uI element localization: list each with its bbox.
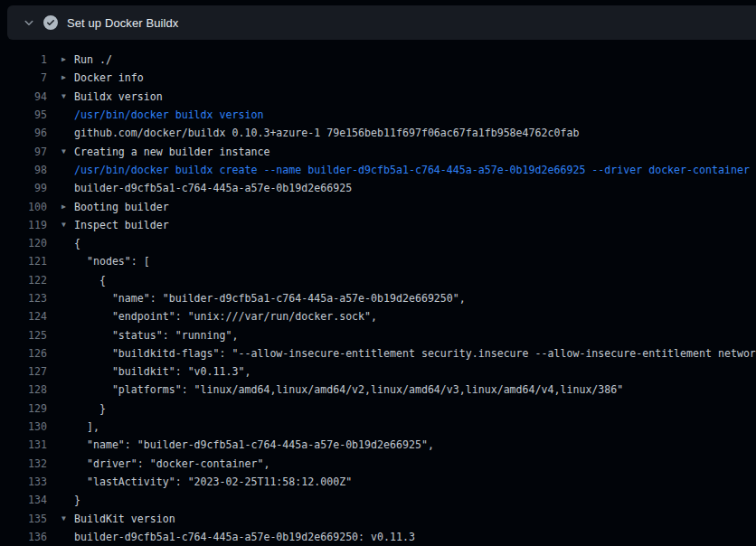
line-number[interactable]: 126 — [0, 347, 47, 360]
log-line: 133 "lastActivity": "2023-02-25T11:58:12… — [0, 473, 756, 491]
group-label: Run ./ — [74, 53, 112, 66]
group-label: Docker info — [74, 71, 144, 84]
line-content: ▶Run ./ — [61, 53, 112, 66]
line-number[interactable]: 7 — [0, 71, 47, 84]
line-number[interactable]: 136 — [0, 531, 47, 543]
line-number[interactable]: 96 — [0, 127, 47, 139]
check-circle-icon — [43, 15, 58, 30]
line-number[interactable]: 130 — [0, 420, 47, 433]
line-number[interactable]: 133 — [0, 475, 47, 488]
triangle-right-icon[interactable]: ▶ — [61, 56, 74, 63]
line-number[interactable]: 124 — [0, 310, 47, 323]
output-text: } — [61, 494, 80, 506]
line-number[interactable]: 99 — [0, 182, 47, 194]
step-header-bar[interactable]: Set up Docker Buildx — [7, 5, 756, 40]
line-number[interactable]: 131 — [0, 438, 47, 451]
log-line: 96github.com/docker/buildx 0.10.3+azure-… — [0, 124, 756, 142]
line-content: builder-d9cfb5a1-c764-445a-a57e-0b19d2e6… — [61, 182, 352, 194]
line-content: ▼BuildKit version — [61, 513, 175, 525]
group-label: BuildKit version — [74, 513, 175, 525]
line-content: ▼Creating a new builder instance — [61, 146, 269, 158]
line-content: github.com/docker/buildx 0.10.3+azure-1 … — [61, 127, 579, 139]
line-content: "driver": "docker-container", — [61, 457, 269, 470]
log-line: 132 "driver": "docker-container", — [0, 455, 756, 473]
line-number[interactable]: 128 — [0, 383, 47, 396]
log-line: 95/usr/bin/docker buildx version — [0, 106, 756, 124]
output-text: "lastActivity": "2023-02-25T11:58:12.000… — [61, 475, 352, 488]
chevron-down-icon[interactable] — [24, 17, 34, 28]
line-number[interactable]: 97 — [0, 146, 47, 158]
line-content: "platforms": "linux/amd64,linux/amd64/v2… — [61, 383, 623, 396]
line-content: "name": "builder-d9cfb5a1-c764-445a-a57e… — [61, 292, 466, 305]
line-number[interactable]: 127 — [0, 365, 47, 378]
log-line: 120{ — [0, 234, 756, 252]
log-line: 98/usr/bin/docker buildx create --name b… — [0, 161, 756, 179]
output-text: ], — [61, 420, 99, 433]
line-number[interactable]: 121 — [0, 255, 47, 268]
step-title: Set up Docker Buildx — [67, 16, 178, 30]
group-label: Inspect builder — [74, 219, 169, 231]
log-group-row[interactable]: 100▶Booting builder — [0, 197, 756, 215]
line-number[interactable]: 123 — [0, 292, 47, 305]
line-number[interactable]: 95 — [0, 108, 47, 121]
line-number[interactable]: 125 — [0, 329, 47, 342]
output-text: "name": "builder-d9cfb5a1-c764-445a-a57e… — [61, 438, 434, 451]
line-number[interactable]: 129 — [0, 402, 47, 415]
log-group-row[interactable]: 7▶Docker info — [0, 69, 756, 87]
command-text: /usr/bin/docker buildx version — [61, 108, 263, 121]
log-group-row[interactable]: 135▼BuildKit version — [0, 509, 756, 527]
triangle-down-icon[interactable]: ▼ — [61, 221, 74, 229]
line-number[interactable]: 134 — [0, 494, 47, 506]
output-text: "nodes": [ — [61, 255, 150, 268]
line-content: /usr/bin/docker buildx version — [61, 108, 263, 121]
line-content: "name": "builder-d9cfb5a1-c764-445a-a57e… — [61, 438, 434, 451]
group-label: Buildx version — [74, 90, 163, 103]
line-number[interactable]: 94 — [0, 90, 47, 103]
log-line: 127 "buildkit": "v0.11.3", — [0, 362, 756, 381]
line-content: } — [61, 494, 80, 506]
line-number[interactable]: 98 — [0, 164, 47, 176]
output-text: { — [61, 274, 106, 287]
log-group-row[interactable]: 119▼Inspect builder — [0, 216, 756, 234]
line-number[interactable]: 119 — [0, 219, 47, 231]
line-number[interactable]: 132 — [0, 457, 47, 470]
log-line: 129 } — [0, 400, 756, 418]
triangle-right-icon[interactable]: ▶ — [61, 74, 74, 81]
line-content: ▼Buildx version — [61, 90, 163, 103]
log-line: 131 "name": "builder-d9cfb5a1-c764-445a-… — [0, 436, 756, 454]
log-group-row[interactable]: 94▼Buildx version — [0, 88, 756, 106]
triangle-down-icon[interactable]: ▼ — [61, 148, 74, 155]
line-number[interactable]: 120 — [0, 237, 47, 249]
line-content: ▶Docker info — [61, 71, 144, 84]
output-text: "buildkitd-flags": "--allow-insecure-ent… — [61, 347, 756, 360]
line-content: ▶Booting builder — [61, 201, 169, 213]
line-content: ▼Inspect builder — [61, 219, 169, 231]
log-line: 130 ], — [0, 418, 756, 436]
output-text: "buildkit": "v0.11.3", — [61, 365, 250, 378]
output-text: builder-d9cfb5a1-c764-445a-a57e-0b19d2e6… — [61, 531, 415, 543]
output-text: "driver": "docker-container", — [61, 457, 269, 470]
triangle-down-icon[interactable]: ▼ — [61, 93, 74, 100]
triangle-right-icon[interactable]: ▶ — [61, 203, 74, 211]
line-content: "endpoint": "unix:///var/run/docker.sock… — [61, 310, 377, 323]
line-content: ], — [61, 420, 99, 433]
line-content: builder-d9cfb5a1-c764-445a-a57e-0b19d2e6… — [61, 531, 415, 543]
triangle-down-icon[interactable]: ▼ — [61, 515, 74, 522]
line-content: "nodes": [ — [61, 255, 150, 268]
log-line: 99builder-d9cfb5a1-c764-445a-a57e-0b19d2… — [0, 179, 756, 197]
line-content: { — [61, 274, 106, 287]
output-text: "endpoint": "unix:///var/run/docker.sock… — [61, 310, 377, 323]
log-line: 124 "endpoint": "unix:///var/run/docker.… — [0, 307, 756, 325]
log-line: 126 "buildkitd-flags": "--allow-insecure… — [0, 344, 756, 362]
output-text: } — [61, 402, 106, 415]
output-text: builder-d9cfb5a1-c764-445a-a57e-0b19d2e6… — [61, 182, 352, 194]
line-number[interactable]: 1 — [0, 53, 47, 66]
line-number[interactable]: 100 — [0, 201, 47, 213]
log-group-row[interactable]: 97▼Creating a new builder instance — [0, 142, 756, 160]
log-group-row[interactable]: 1▶Run ./ — [0, 51, 756, 69]
log-line: 122 { — [0, 271, 756, 289]
line-content: "buildkitd-flags": "--allow-insecure-ent… — [61, 347, 756, 360]
line-number[interactable]: 122 — [0, 274, 47, 287]
line-number[interactable]: 135 — [0, 513, 47, 525]
log-line: 123 "name": "builder-d9cfb5a1-c764-445a-… — [0, 289, 756, 307]
